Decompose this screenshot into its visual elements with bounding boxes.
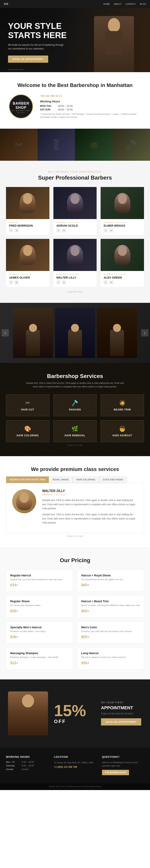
- premium-person-role: Barber / Stylist: [42, 494, 138, 496]
- barber-figure-5: [114, 245, 130, 265]
- hero-cta-button[interactable]: BOOK AN APPOINTMENT: [8, 56, 48, 63]
- barber-info-0: OWNER FRED MORRISON f in: [6, 219, 49, 235]
- color-icon: 🎨: [24, 426, 31, 432]
- barber-photo-3: [6, 239, 49, 271]
- facebook-icon-0[interactable]: f: [9, 228, 13, 232]
- barbers-image-credit: Image from Freepik: [6, 291, 144, 293]
- promo-on: ON YOUR FIRST: [101, 701, 142, 704]
- barber-role-2: BARBER / STYLIST: [104, 221, 141, 223]
- pricing-item-2: Regular Shave Our three-step signature s…: [6, 595, 73, 618]
- facebook-icon-2[interactable]: f: [104, 228, 108, 232]
- nav-contact[interactable]: Contact: [125, 3, 136, 5]
- logo-mid: BY MANHATTAN: [12, 110, 30, 111]
- service-item-0[interactable]: ✂ Hair Cut: [6, 395, 49, 416]
- nav-home[interactable]: Home: [103, 3, 110, 5]
- services-desc: Sample text. Click to select the text bo…: [25, 381, 125, 389]
- barber-card-1: BARBER / STYLIST ADRIAN SCOLD f in: [53, 187, 97, 235]
- gallery-item-1: ✂: [0, 129, 38, 161]
- premium-tab-1[interactable]: ROYAL SHAVE: [49, 476, 73, 483]
- barber-figure-1: [67, 193, 83, 213]
- premium-tab-3[interactable]: CUTS AND FADES: [99, 476, 127, 483]
- footer-find-button[interactable]: FIN BARBER NOW: [102, 770, 129, 775]
- gallery-bg-3: 🧔: [75, 129, 113, 161]
- service-item-2[interactable]: 🧔 Beard Trim: [101, 395, 144, 416]
- pricing-desc-2: Our three-step signature shave: [10, 603, 69, 607]
- barber-photo-2: [101, 187, 144, 219]
- pricing-desc-7: Big hair is always in and in our saloon …: [81, 656, 140, 659]
- pricing-item-1: Haircut + Royal Shave Our exceptional se…: [77, 569, 144, 592]
- instagram-icon-3[interactable]: in: [14, 280, 18, 284]
- carousel-prev-button[interactable]: ‹: [2, 329, 9, 337]
- pricing-desc-0: A great hair cut is the best accessory a…: [10, 578, 69, 581]
- silhouette-3: [97, 308, 137, 358]
- hours-row-1: MON-THU 08:00 – 22:00: [40, 104, 142, 107]
- barber-socials-3: f in: [9, 280, 46, 284]
- pricing-name-0: Regular Haircut: [10, 574, 69, 577]
- barber-photo-1: [53, 187, 97, 219]
- promo-book-button[interactable]: BOOK AN APPOINTMENT: [101, 718, 141, 725]
- instagram-icon-4[interactable]: in: [62, 280, 66, 284]
- service-name-4: Hair Removal: [65, 434, 85, 437]
- welcome-heading: Welcome to the Best Barbershop in Manhat…: [8, 82, 142, 88]
- service-item-1[interactable]: 🪒 Shaving: [53, 395, 97, 416]
- nav-about[interactable]: About: [114, 3, 121, 5]
- pricing-price-4: $36+: [10, 635, 69, 639]
- premium-desc-2: Sample text. Click to select the text bo…: [42, 513, 138, 525]
- hero-man-figure: [94, 16, 134, 72]
- barber-photo-4: [53, 239, 97, 271]
- pricing-price-0: $34+: [10, 583, 69, 587]
- scissors-icon: ✂: [26, 400, 30, 406]
- footer-bottom-text: Website Built © 2024 All rights reserved…: [49, 786, 101, 787]
- premium-tab-0[interactable]: BEARDS AND MUSTACHE TRIM: [6, 476, 49, 483]
- service-item-3[interactable]: 🎨 Hair Coloring: [6, 420, 49, 442]
- nav-blog[interactable]: Blog: [140, 3, 146, 5]
- logo-main: BARBERSHOP: [12, 101, 29, 110]
- barber-figure-3: [20, 245, 36, 265]
- barbers-subtitle: WE CAN MAKE YOUR AWESOMENESS: [6, 171, 144, 173]
- carousel-images: [1, 308, 149, 358]
- hours-day-2: SAT-SUN: [40, 108, 54, 111]
- facebook-icon-4[interactable]: f: [57, 280, 61, 284]
- pricing-price-1: $60+: [81, 583, 140, 587]
- carousel-image-3: [97, 308, 137, 358]
- premium-person-name: WALTER ZILLY: [42, 489, 138, 493]
- pricing-item-4: Specialty Men's Haircut Premium cut with…: [6, 621, 73, 644]
- gallery-bg-2: 💈: [38, 129, 75, 161]
- footer-phone: +1 (800) 123 456 789: [54, 766, 96, 768]
- service-item-4[interactable]: 🌿 Hair Removal: [53, 420, 97, 442]
- service-item-5[interactable]: 👦 Kids Haircut: [101, 420, 144, 442]
- instagram-icon-5[interactable]: in: [109, 280, 113, 284]
- services-title: Barbershop Services: [6, 373, 144, 379]
- footer-location: Location 57 Green St, New York, NY 10003…: [54, 755, 96, 775]
- working-hours: +96 123 456 32 11 Working Hours MON-THU …: [40, 94, 142, 119]
- logo-bottom: EST. 2020: [17, 112, 25, 113]
- instagram-icon-1[interactable]: in: [62, 228, 66, 232]
- facebook-icon-5[interactable]: f: [104, 280, 108, 284]
- instagram-icon-2[interactable]: in: [109, 228, 113, 232]
- hero-content: YOUR STYLESTARTS HERE We build our passi…: [8, 22, 67, 63]
- welcome-inner: ✂ BARBERSHOP BY MANHATTAN EST. 2020 +96 …: [8, 94, 142, 119]
- barber-photo-5: [101, 239, 144, 271]
- pricing-grid: Regular Haircut A great hair cut is the …: [6, 569, 144, 670]
- services-credit: Image from Freepik: [6, 444, 144, 446]
- barber-name-1: ADRIAN SCOLD: [57, 224, 94, 227]
- pricing-price-2: $35+: [10, 609, 69, 613]
- promo-small: Single Line description for this block: [101, 712, 142, 715]
- instagram-icon-0[interactable]: in: [14, 228, 18, 232]
- hero-subtitle: We build our passion for the art of barb…: [8, 43, 64, 51]
- footer-hours-day-1: Saturday: [6, 764, 20, 767]
- gallery-bg-1: ✂: [0, 129, 38, 161]
- facebook-icon-3[interactable]: f: [9, 280, 13, 284]
- footer-hours-title: Working Hours: [6, 755, 48, 758]
- premium-tab-2[interactable]: HAIR COLORING: [73, 476, 99, 483]
- services-grid: ✂ Hair Cut 🪒 Shaving 🧔 Beard Trim 🎨 Hair…: [6, 395, 144, 442]
- barber-figure-0: [20, 193, 36, 213]
- footer-hours-row-0: Mon - Fri 8:30 – 18:00: [6, 761, 48, 763]
- barber-role-0: OWNER: [9, 221, 46, 223]
- hours-day-1: MON-THU: [40, 104, 54, 107]
- carousel-next-button[interactable]: ›: [141, 329, 148, 337]
- pricing-name-2: Regular Shave: [10, 600, 69, 603]
- barber-socials-4: f in: [57, 280, 94, 284]
- pricing-item-3: Haircut + Beard Trim Beard or shave, we …: [77, 595, 144, 618]
- facebook-icon-1[interactable]: f: [57, 228, 61, 232]
